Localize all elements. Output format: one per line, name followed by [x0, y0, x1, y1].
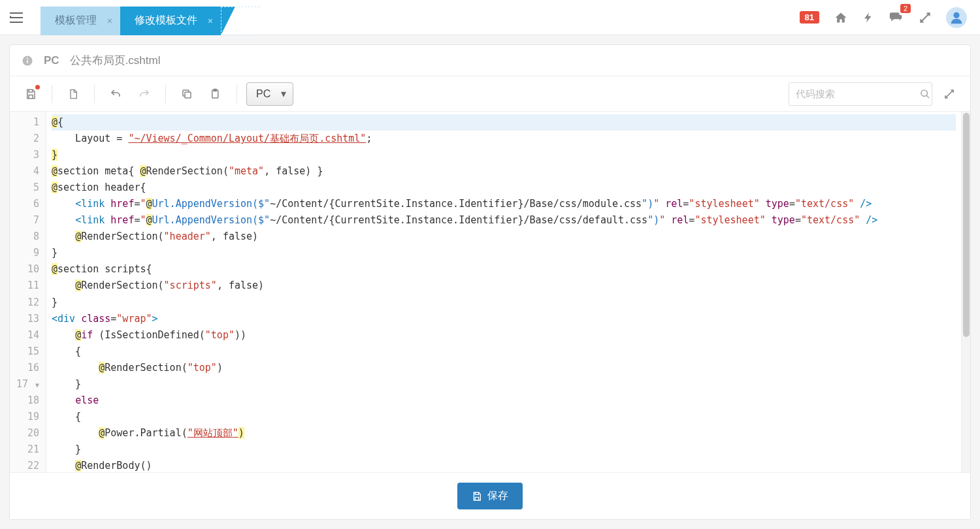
code-area[interactable]: @{ Layout = "~/Views/_Common/Layout/基础布局…: [46, 112, 961, 519]
notification-count-badge[interactable]: 81: [800, 11, 819, 24]
separator: [52, 85, 52, 103]
undo-icon[interactable]: [104, 82, 127, 106]
platform-select[interactable]: PC: [246, 82, 293, 106]
tab-template-manage[interactable]: 模板管理 ×: [41, 7, 120, 35]
svg-point-3: [27, 57, 28, 59]
close-icon[interactable]: ×: [107, 16, 112, 26]
close-icon[interactable]: ×: [208, 16, 213, 26]
separator: [237, 85, 237, 103]
chat-count-badge: 2: [900, 4, 911, 13]
select-value: PC: [256, 88, 270, 100]
svg-point-7: [921, 90, 927, 96]
filename-label: 公共布局页.cshtml: [70, 53, 161, 68]
code-editor[interactable]: 1 2 3 4 5 6 7 8 9 10 11 12 13 14 15 16 1…: [10, 112, 970, 519]
unsaved-dot-icon: [35, 85, 40, 89]
lightning-icon[interactable]: [862, 10, 874, 25]
scrollbar-thumb[interactable]: [963, 113, 970, 337]
topbar: 模板管理 × 修改模板文件 × 81 2: [0, 0, 980, 35]
fullscreen-icon[interactable]: [919, 11, 932, 24]
tab-bar: 模板管理 × 修改模板文件 ×: [41, 0, 800, 35]
save-button-label: 保存: [487, 489, 508, 503]
editor-panel: PC 公共布局页.cshtml PC: [9, 44, 971, 520]
copy-icon[interactable]: [175, 82, 199, 106]
expand-icon[interactable]: [938, 82, 961, 106]
save-icon[interactable]: [19, 82, 42, 106]
collapse-menu-button[interactable]: [0, 0, 33, 35]
search-input[interactable]: [796, 88, 920, 99]
scrollbar[interactable]: [961, 112, 970, 519]
info-icon[interactable]: [22, 55, 33, 67]
code-search-box: [789, 82, 932, 106]
svg-rect-2: [27, 59, 28, 63]
tab-label: 模板管理: [55, 14, 97, 27]
search-icon[interactable]: [920, 89, 930, 99]
separator: [165, 85, 166, 103]
new-file-icon[interactable]: [61, 82, 85, 106]
tab-placeholder: [221, 7, 260, 35]
editor-toolbar: PC: [10, 76, 970, 112]
save-button[interactable]: 保存: [457, 483, 523, 509]
svg-rect-4: [185, 92, 191, 98]
svg-rect-6: [214, 89, 217, 91]
line-gutter: 1 2 3 4 5 6 7 8 9 10 11 12 13 14 15 16 1…: [10, 112, 46, 519]
paste-icon[interactable]: [204, 82, 227, 106]
panel-footer: 保存: [10, 472, 970, 519]
platform-label: PC: [44, 54, 59, 67]
user-avatar[interactable]: [946, 7, 967, 28]
topbar-right: 81 2: [800, 7, 973, 28]
tab-label: 修改模板文件: [135, 14, 197, 27]
redo-icon[interactable]: [133, 82, 156, 106]
separator: [94, 85, 95, 103]
svg-point-0: [953, 12, 959, 18]
panel-header: PC 公共布局页.cshtml: [10, 45, 970, 76]
home-icon[interactable]: [834, 11, 848, 24]
tab-edit-template-file[interactable]: 修改模板文件 ×: [120, 7, 221, 35]
chat-icon[interactable]: 2: [889, 10, 904, 25]
